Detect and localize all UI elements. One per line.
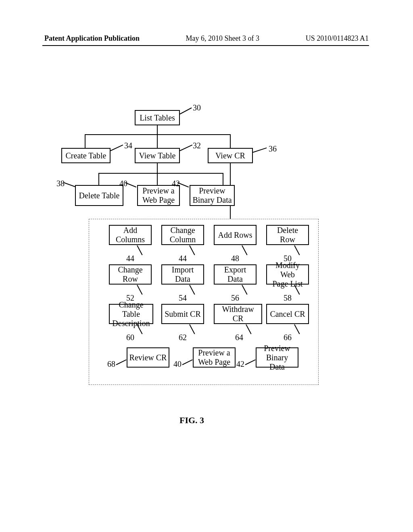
leader-line	[253, 148, 267, 153]
ref-58: 58	[284, 293, 292, 303]
connector	[157, 173, 158, 185]
node-view-cr: View CR	[208, 148, 253, 163]
leader-line	[180, 108, 192, 114]
node-create-table: Create Table	[61, 148, 111, 163]
node-list-tables: List Tables	[135, 110, 180, 125]
ref-38: 38	[56, 179, 65, 188]
ref-66: 66	[284, 333, 292, 342]
ref-42a: 42	[172, 179, 180, 188]
node-preview-web-page-b: Preview a Web Page	[193, 347, 236, 368]
page-header: Patent Application Publication May 6, 20…	[0, 34, 413, 43]
connector	[157, 125, 158, 134]
node-change-column: Change Column	[161, 225, 204, 245]
ref-56: 56	[231, 293, 239, 303]
ref-34: 34	[124, 141, 132, 150]
ref-40b: 40	[173, 360, 181, 369]
connector	[157, 163, 158, 173]
ref-54: 54	[179, 293, 187, 303]
node-delete-row: Delete Row	[266, 225, 309, 245]
node-withdraw-cr: Withdraw CR	[214, 304, 262, 324]
ref-48: 48	[231, 254, 239, 263]
node-cancel-cr: Cancel CR	[266, 304, 309, 324]
ref-68: 68	[107, 360, 115, 369]
node-add-columns: Add Columns	[109, 225, 152, 245]
ref-42b: 42	[236, 360, 244, 369]
patent-page: Patent Application Publication May 6, 20…	[0, 0, 413, 532]
ref-44b: 44	[179, 254, 187, 263]
node-preview-binary-data-a: Preview Binary Data	[190, 185, 235, 206]
figure-label: FIG. 3	[179, 415, 204, 426]
node-preview-binary-data-b: Preview Binary Data	[256, 347, 298, 368]
ref-40a: 40	[119, 179, 127, 188]
leader-line	[180, 145, 193, 151]
header-left: Patent Application Publication	[44, 34, 140, 43]
node-modify-web-page-list: Modify Web Page List	[266, 264, 309, 285]
ref-30: 30	[193, 103, 201, 112]
node-change-row: Change Row	[109, 264, 152, 285]
node-review-cr: Review CR	[127, 347, 169, 368]
connector	[230, 134, 231, 148]
ref-60: 60	[126, 333, 134, 342]
header-right: US 2010/0114823 A1	[306, 34, 369, 43]
node-change-table-description: Change Table Description	[109, 304, 153, 324]
node-submit-cr: Submit CR	[161, 304, 204, 324]
ref-62: 62	[179, 333, 187, 342]
node-import-data: Import Data	[161, 264, 204, 285]
node-export-data: Export Data	[214, 264, 257, 285]
connector	[85, 134, 86, 148]
leader-line	[111, 145, 123, 151]
connector	[157, 134, 158, 148]
connector	[230, 163, 231, 173]
ref-36: 36	[269, 144, 277, 154]
header-mid: May 6, 2010 Sheet 3 of 3	[186, 34, 259, 43]
header-rule	[42, 45, 369, 46]
ref-44a: 44	[126, 254, 134, 263]
ref-64: 64	[235, 333, 243, 342]
ref-32: 32	[193, 141, 201, 150]
leader-line	[64, 182, 75, 187]
connector	[223, 173, 223, 185]
node-view-table: View Table	[135, 148, 180, 163]
node-delete-table: Delete Table	[75, 185, 123, 206]
connector	[98, 173, 223, 174]
connector	[98, 173, 99, 185]
node-add-rows: Add Rows	[214, 225, 257, 245]
